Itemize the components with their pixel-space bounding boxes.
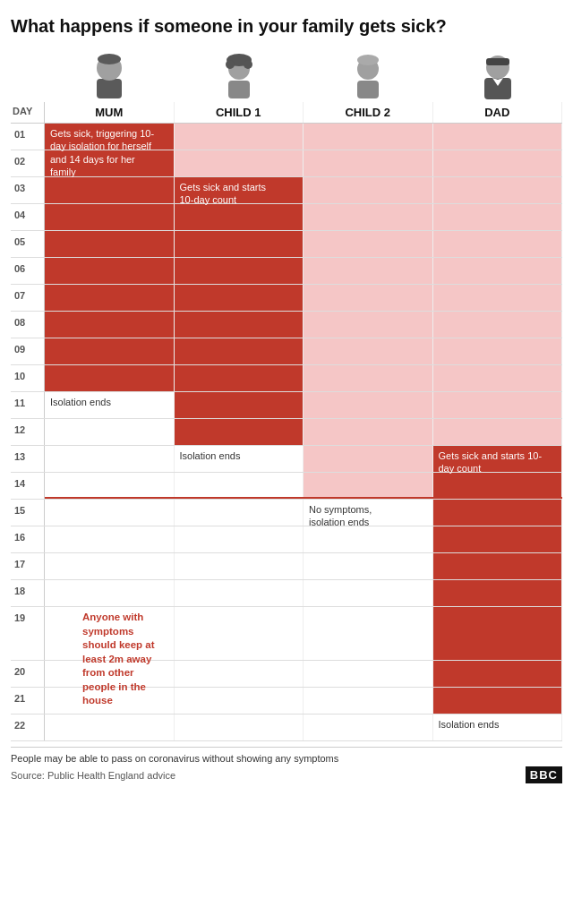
icons-row [45,48,562,102]
svg-point-10 [357,55,379,65]
header-row: DAY MUM CHILD 1 CHILD 2 DAD [11,102,562,124]
row-08: 08 [11,312,562,338]
bbc-logo: BBC [526,766,562,783]
child2-day12 [304,419,433,445]
child1-day12 [175,419,304,445]
dad-day08 [433,312,563,338]
mum-icon [84,48,134,102]
dad-day11 [433,392,563,418]
row-17: 17 [11,553,562,580]
child1-icon-col [175,48,304,102]
child2-icon [343,48,393,102]
child1-day15 [175,500,304,526]
mum-day16 [45,526,175,552]
row-06: 06 [11,258,562,285]
mum-day19: Anyone with symptoms should keep at leas… [45,607,175,660]
row-01: 01 Gets sick, triggering 10-day isolatio… [11,124,562,150]
dad-day20 [433,661,563,687]
dad-day02 [433,150,563,176]
mum-day07 [45,285,175,311]
row-10: 10 [11,365,562,392]
child1-day22 [175,714,304,740]
child1-day03: Gets sick and starts 10-day count [175,177,304,203]
child1-day11 [175,392,304,418]
child2-day19 [304,607,433,660]
dad-day16 [433,526,563,552]
dad-day01 [433,124,563,150]
child2-day05 [304,231,433,257]
dad-day09 [433,338,563,364]
mum-day08 [45,312,175,338]
mum-day22 [45,714,175,740]
mum-day12 [45,419,175,445]
row-14: 14 [11,473,562,500]
svg-point-7 [244,60,252,69]
child2-day22 [304,714,433,740]
child2-day01 [304,124,433,150]
child2-day16 [304,526,433,552]
mum-day02 [45,150,175,176]
mum-day10 [45,365,175,391]
child2-day21 [304,688,433,714]
dad-day06 [433,258,563,284]
row-16: 16 [11,526,562,553]
child2-day20 [304,661,433,687]
svg-point-2 [98,54,121,64]
mum-day17 [45,553,175,579]
child1-day05 [175,231,304,257]
mum-day04 [45,204,175,230]
row-04: 04 [11,204,562,231]
child1-iso-end: Isolation ends [176,448,244,464]
mum-day11: Isolation ends [45,392,175,418]
child1-day02 [175,150,304,176]
child1-day17 [175,553,304,579]
footer-source-row: Source: Public Health England advice BBC [11,766,562,783]
row-19: 19 Anyone with symptoms should keep at l… [11,607,562,661]
footer: People may be able to pass on coronaviru… [11,747,562,783]
dad-day07 [433,285,563,311]
dad-day14 [433,473,563,499]
mum-day05 [45,231,175,257]
child2-day06 [304,258,433,284]
footer-source-text: Source: Public Health England advice [11,770,175,781]
row-03: 03 Gets sick and starts 10-day count [11,177,562,204]
child1-day21 [175,688,304,714]
dad-day22: Isolation ends [433,714,563,740]
child1-col-header: CHILD 1 [175,102,304,123]
dad-iso-end: Isolation ends [435,716,503,732]
child2-day09 [304,338,433,364]
child2-day17 [304,553,433,579]
dad-icon-col [433,48,563,102]
row-12: 12 [11,419,562,446]
child1-day08 [175,312,304,338]
child1-day04 [175,204,304,230]
row-05: 05 [11,231,562,258]
dad-day21 [433,688,563,714]
child2-day11 [304,392,433,418]
child2-icon-col [304,48,433,102]
svg-point-6 [226,60,235,69]
mum-col-header: MUM [45,102,175,123]
child1-icon [214,48,264,102]
mum-day15 [45,500,175,526]
child2-col-header: CHILD 2 [304,102,433,123]
svg-rect-3 [228,81,250,98]
child1-day06 [175,258,304,284]
dad-day12 [433,419,563,445]
grid: 01 Gets sick, triggering 10-day isolatio… [11,124,562,741]
dad-day04 [433,204,563,230]
footer-note: People may be able to pass on coronaviru… [11,753,562,764]
row-02: 02 [11,150,562,177]
child1-day01 [175,124,304,150]
child1-day16 [175,526,304,552]
child1-day09 [175,338,304,364]
child2-day13 [304,446,433,472]
row-18: 18 [11,580,562,607]
child1-day20 [175,661,304,687]
mum-day03 [45,177,175,203]
row-13: 13 Isolation ends Gets sick and starts 1… [11,446,562,473]
mum-day09 [45,338,175,364]
row-22: 22 Isolation ends [11,714,562,741]
mum-icon-col [45,48,175,102]
child2-day04 [304,204,433,230]
